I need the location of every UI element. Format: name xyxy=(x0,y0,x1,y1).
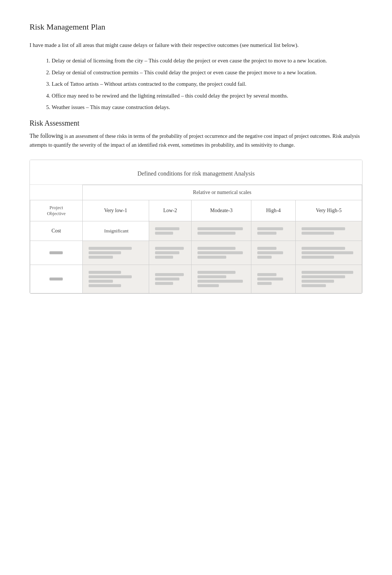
col-header-moderate: Modeate-3 xyxy=(192,200,251,221)
row4-verylow-cell xyxy=(82,265,149,293)
row3-moderate-cell xyxy=(192,241,251,265)
row-4-label xyxy=(30,265,83,293)
risk-assessment-heading: Risk Assessment xyxy=(30,119,362,127)
assessment-body: is an assessment of these risks in terms… xyxy=(30,133,360,148)
table-row-cost: Cost Insignificant xyxy=(30,221,362,241)
scales-label: Relative or numerical scales xyxy=(82,185,362,200)
assessment-paragraph: The following is an assessment of these … xyxy=(30,131,362,149)
row4-moderate-cell xyxy=(192,265,251,293)
list-item: Weather issues – This may cause construc… xyxy=(52,103,362,112)
table-row-4 xyxy=(30,265,362,293)
row4-low-cell xyxy=(149,265,192,293)
table-title: Defined conditions for risk management A… xyxy=(30,160,362,185)
row3-verylow-cell xyxy=(82,241,149,265)
cost-verylow-cell: Insignificant xyxy=(82,221,149,241)
empty-header-cell xyxy=(30,185,83,200)
list-item: Delay or denial of construction permits … xyxy=(52,68,362,78)
row4-veryhigh-cell xyxy=(296,265,362,293)
col-header-verylow: Very low-1 xyxy=(82,200,149,221)
row3-high-cell xyxy=(251,241,296,265)
list-item: Office may need to be rewired and the li… xyxy=(52,91,362,101)
page-title: Risk Management Plan xyxy=(30,22,362,32)
cost-veryhigh-cell xyxy=(296,221,362,241)
risk-table-container: Defined conditions for risk management A… xyxy=(30,160,362,294)
table-row-3 xyxy=(30,241,362,265)
col-header-low: Low-2 xyxy=(149,200,192,221)
row-label-cost: Cost xyxy=(30,221,83,241)
col-header-high: High-4 xyxy=(251,200,296,221)
risk-table: Relative or numerical scales ProjectObje… xyxy=(30,185,362,293)
risk-list: Delay or denial of licensing from the ci… xyxy=(52,56,362,112)
cost-low-cell xyxy=(149,221,192,241)
cost-moderate-cell xyxy=(192,221,251,241)
row3-low-cell xyxy=(149,241,192,265)
intro-paragraph: I have made a list of all areas that mig… xyxy=(30,41,362,50)
row3-veryhigh-cell xyxy=(296,241,362,265)
cost-high-cell xyxy=(251,221,296,241)
assessment-first-word: The following xyxy=(30,133,63,139)
col-header-project-objective: ProjectObjective xyxy=(30,200,83,221)
row-3-label xyxy=(30,241,83,265)
row4-high-cell xyxy=(251,265,296,293)
list-item: Lack of Tattoo artists – Without artists… xyxy=(52,79,362,89)
col-header-veryhigh: Very High-5 xyxy=(296,200,362,221)
list-item: Delay or denial of licensing from the ci… xyxy=(52,56,362,66)
